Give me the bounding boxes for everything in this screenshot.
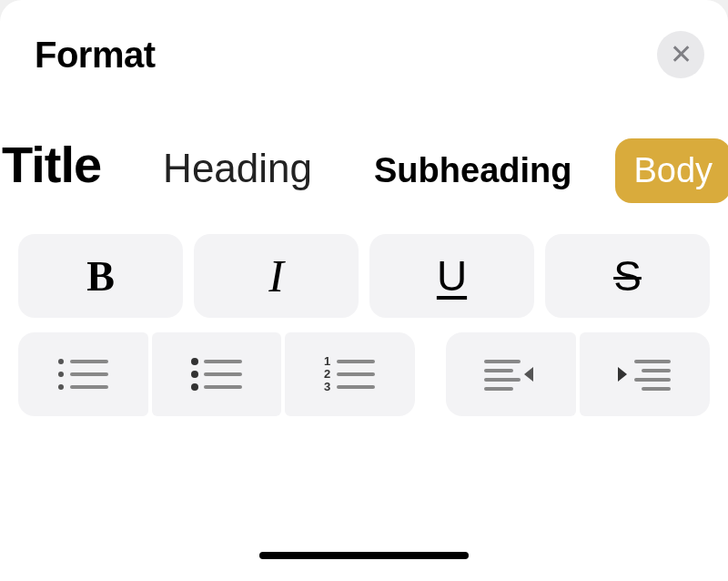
bullet-list-icon	[187, 354, 246, 394]
bullet-list-button[interactable]	[152, 332, 282, 416]
svg-point-4	[58, 384, 64, 390]
style-heading[interactable]: Heading	[145, 133, 330, 204]
format-panel: Format ✕ Title Heading Subheading Body M…	[0, 0, 728, 581]
svg-rect-11	[204, 385, 242, 389]
svg-point-2	[58, 372, 64, 377]
svg-text:2: 2	[324, 367, 330, 381]
svg-marker-23	[618, 367, 627, 382]
indent-group	[446, 332, 710, 416]
svg-text:3: 3	[324, 380, 330, 393]
panel-title: Format	[35, 35, 156, 76]
bold-button[interactable]: B	[18, 234, 183, 318]
text-style-picker: Title Heading Subheading Body M	[0, 84, 728, 207]
svg-rect-13	[337, 360, 375, 363]
home-indicator[interactable]	[259, 552, 469, 559]
svg-point-0	[58, 359, 64, 364]
italic-button[interactable]: I	[194, 234, 359, 318]
underline-button[interactable]: U	[369, 234, 534, 318]
strikethrough-button[interactable]: S	[545, 234, 710, 318]
indent-icon	[612, 354, 676, 394]
indent-button[interactable]	[580, 332, 710, 416]
outdent-icon	[479, 354, 542, 394]
style-title[interactable]: Title	[2, 122, 119, 207]
numbered-list-icon: 1 2 3	[320, 354, 379, 394]
svg-rect-5	[70, 385, 108, 389]
svg-rect-24	[634, 360, 671, 363]
svg-rect-7	[204, 360, 242, 363]
svg-rect-27	[642, 387, 671, 391]
close-button[interactable]: ✕	[657, 31, 704, 78]
svg-text:1: 1	[324, 354, 330, 368]
panel-header: Format ✕	[0, 25, 728, 84]
svg-rect-1	[70, 360, 108, 363]
inline-format-row: B I U S	[0, 207, 728, 318]
svg-rect-21	[484, 387, 513, 391]
svg-rect-18	[484, 360, 521, 363]
svg-point-8	[191, 371, 198, 378]
dash-list-button[interactable]	[18, 332, 148, 416]
svg-rect-20	[484, 378, 521, 382]
close-icon: ✕	[670, 41, 693, 68]
list-indent-row: 1 2 3	[0, 318, 728, 416]
svg-rect-15	[337, 372, 375, 376]
svg-rect-25	[642, 369, 671, 372]
svg-marker-22	[524, 367, 533, 382]
svg-rect-19	[484, 369, 513, 372]
svg-rect-9	[204, 372, 242, 376]
dash-list-icon	[54, 354, 112, 394]
svg-point-6	[191, 358, 198, 365]
svg-rect-26	[634, 378, 671, 382]
svg-point-10	[191, 383, 198, 391]
style-body[interactable]: Body	[615, 138, 728, 203]
svg-rect-3	[70, 372, 108, 376]
style-subheading[interactable]: Subheading	[356, 138, 590, 203]
svg-rect-17	[337, 385, 375, 389]
list-style-group: 1 2 3	[18, 332, 415, 416]
outdent-button[interactable]	[446, 332, 576, 416]
numbered-list-button[interactable]: 1 2 3	[285, 332, 415, 416]
